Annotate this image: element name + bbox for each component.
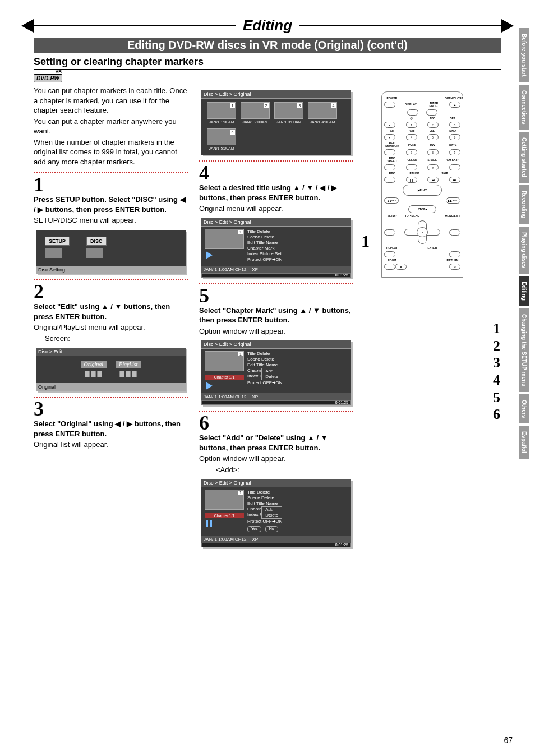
status-date: JAN/ 1 1:00AM CH12 — [204, 537, 246, 542]
step-4-body: Original menu will appear. — [199, 204, 353, 214]
title-arrow-left — [34, 25, 236, 26]
play-button: ▶ PLAY — [403, 185, 442, 196]
chapter-menu-title: Disc > Edit > Original — [201, 340, 351, 349]
fwd-button: ▶▶FWD — [446, 197, 460, 204]
screen-chapter-menu: Disc > Edit > Original 1 Chapter 1/1 Tit… — [201, 340, 351, 405]
thumb-box: 1 — [205, 229, 244, 249]
divider — [199, 160, 353, 162]
step-1-title: Press SETUP button. Select "DISC" using … — [34, 195, 188, 214]
yes-button: Yes — [247, 526, 261, 532]
thumbnail: 5JAN/1 5:00AM — [207, 128, 236, 150]
screen-add-menu: Disc > Edit > Original 1 Chapter 1/1 Tit… — [201, 479, 351, 547]
section-tab[interactable]: Others — [519, 394, 529, 423]
section-tabs: Before you startConnectionsGetting start… — [519, 28, 535, 461]
section-tab[interactable]: Editing — [519, 276, 529, 306]
screen-edit-title: Disc > Edit — [36, 348, 186, 356]
intro-p3: When the number of chapter markers in th… — [34, 137, 188, 167]
thumb-box: 1 — [205, 490, 244, 510]
section-tab[interactable]: Recording — [519, 185, 529, 224]
disc-icon — [86, 248, 103, 258]
step-5-num: 5 — [199, 285, 353, 306]
chapter-badge: Chapter 1/1 — [205, 513, 244, 518]
title-arrow-right — [299, 25, 501, 26]
step-5-title: Select "Chapter Mark" using ▲ / ▼ button… — [199, 306, 353, 325]
orig-list-title: Disc > Edit > Original — [201, 90, 351, 99]
step-1-num: 1 — [34, 174, 188, 195]
original-thumbs-icon — [81, 371, 107, 377]
status-date: JAN/ 1 1:00AM CH12 — [204, 394, 246, 399]
step-5-body: Option window will appear. — [199, 326, 353, 336]
menu-item: Protect OFF➔ON — [247, 257, 283, 262]
thumbnail: 1JAN/1 1:00AM — [207, 102, 236, 124]
enter-button: ● — [417, 227, 428, 237]
stop-button: STOP ■ — [408, 205, 436, 213]
thumbnail: 3JAN/1 3:00AM — [274, 102, 303, 124]
step-4-title: Select a desired title using ▲ / ▼ / ◀ /… — [199, 183, 353, 202]
screen-original-list: Disc > Edit > Original 1JAN/1 1:00AM2JAN… — [201, 90, 351, 155]
setup-icon — [45, 248, 62, 258]
step-2-body: Original/PlayList menu will appear. — [34, 322, 188, 333]
step-6-num: 6 — [199, 413, 353, 433]
step-numbers-column: 123456 — [493, 320, 500, 423]
intro-p1: You can put chapter markers in each titl… — [34, 86, 188, 116]
play-icon — [206, 382, 213, 390]
screen-orig-menu: Disc > Edit > Original 1 Title DeleteSce… — [201, 218, 351, 278]
status-mode: XP — [252, 394, 258, 399]
vr-label: VR — [56, 69, 62, 74]
section-tab[interactable]: Getting started — [519, 132, 529, 183]
orig-menu-title: Disc > Edit > Original — [201, 218, 351, 227]
page-title: Editing — [236, 17, 299, 34]
chapter-badge: Chapter 1/1 — [205, 375, 244, 380]
screen-edit: Disc > Edit Original PlayList Original — [36, 348, 186, 391]
eject-button: ▲ — [449, 102, 460, 108]
divider — [199, 283, 353, 284]
menu-item: Scene Delete — [247, 234, 283, 240]
setup-footer: Disc Setting — [36, 266, 186, 274]
power-button — [384, 102, 395, 108]
status-mode: XP — [252, 537, 258, 542]
dpad: ● — [404, 220, 440, 244]
remote-callout-1: 1 — [361, 232, 370, 251]
page-subtitle: Editing DVD-RW discs in VR mode (Origina… — [34, 38, 501, 53]
callout-line — [376, 242, 403, 242]
option-original: Original — [81, 361, 107, 368]
section-tab[interactable]: Before you start — [519, 28, 529, 82]
divider — [34, 279, 188, 280]
setup-btn: SETUP — [45, 237, 70, 246]
disc-btn: DISC — [86, 237, 107, 246]
thumb-box: 1 — [205, 351, 244, 371]
divider — [34, 397, 188, 398]
section-tab[interactable]: Changing the SETUP menu — [519, 308, 529, 392]
no-button: No — [265, 526, 278, 532]
step-6-body2: <Add>: — [199, 465, 353, 475]
step-6-body: Option window will appear. — [199, 454, 353, 464]
step-2-body2: Screen: — [34, 334, 188, 344]
menu-item: Edit Title Name — [247, 240, 283, 246]
playlist-thumbs-icon — [116, 371, 141, 377]
setup-remote-button — [384, 229, 395, 236]
page-number: 67 — [504, 736, 513, 745]
dvd-rw-badge: VR DVD-RW — [34, 74, 62, 82]
page-title-bar: Editing — [34, 17, 501, 34]
rev-button: ◀◀REV — [384, 197, 399, 204]
edit-footer: Original — [36, 383, 186, 391]
intro-p2: You can put a chapter marker anywhere yo… — [34, 117, 188, 136]
step-2-title: Select "Edit" using ▲ / ▼ buttons, then … — [34, 302, 188, 321]
thumbnail: 4JAN/1 4:00AM — [308, 102, 337, 124]
section-tab[interactable]: Español — [519, 426, 529, 459]
step-1-body: SETUP/DISC menu will appear. — [34, 215, 188, 225]
option-playlist: PlayList — [116, 361, 141, 368]
divider — [34, 172, 188, 173]
step-3-body: Original list will appear. — [34, 440, 188, 450]
progress-bar: 0:01:25 — [201, 400, 351, 405]
thumbnail: 2JAN/1 2:00AM — [241, 102, 270, 124]
play-icon — [206, 251, 213, 259]
section-tab[interactable]: Playing discs — [519, 227, 529, 274]
step-4-num: 4 — [199, 163, 353, 183]
screen-setup: SETUP DISC Disc Setting — [36, 230, 186, 274]
section-tab[interactable]: Connections — [519, 85, 529, 130]
menu-item: Chapter Mark — [247, 246, 283, 251]
badge-text: DVD-RW — [36, 75, 59, 81]
pause-icon — [206, 520, 244, 527]
menu-item: Title Delete — [247, 229, 283, 234]
